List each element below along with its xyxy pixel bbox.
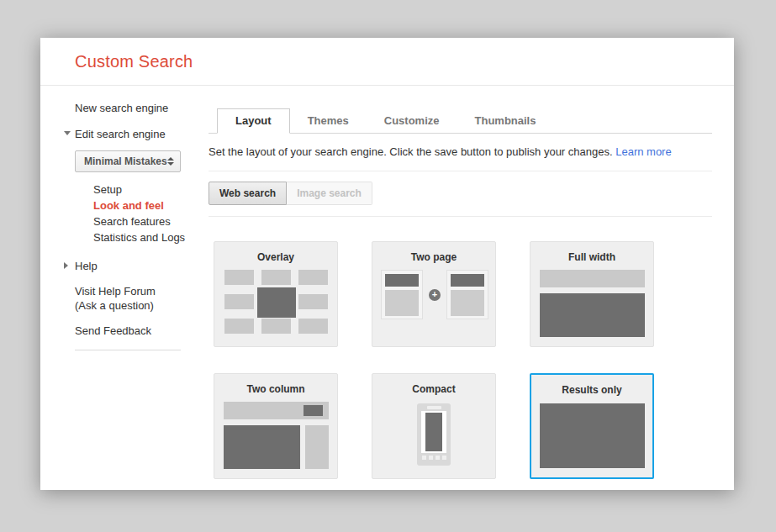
sidebar-item-visit-help-forum[interactable]: Visit Help Forum (Ask a question): [75, 284, 209, 313]
spinner-down-arrow-icon: [167, 162, 174, 166]
circle-plus-icon: [429, 289, 441, 301]
web-search-toggle-button[interactable]: Web search: [209, 182, 287, 205]
phone-speaker: [427, 406, 441, 409]
sidebar-item-statistics-and-logs[interactable]: Statistics and Logs: [93, 231, 209, 245]
sidebar-divider: [75, 350, 181, 350]
mini-page-left: [381, 270, 423, 319]
main-content: Layout Themes Customize Thumbnails Set t…: [209, 86, 734, 479]
send-feedback-label: Send Feedback: [75, 324, 151, 337]
learn-more-link[interactable]: Learn more: [615, 145, 671, 158]
content-divider-top: [209, 171, 712, 171]
tab-layout[interactable]: Layout: [217, 108, 290, 134]
sidebar-item-new-search-engine[interactable]: New search engine: [75, 102, 209, 114]
spinner-up-arrow-icon: [167, 157, 174, 161]
compact-layout-icon: [417, 403, 451, 466]
layout-option-two-column[interactable]: Two column: [214, 373, 338, 479]
description-text: Set the layout of your search engine. Cl…: [209, 145, 613, 158]
app-header: Custom Search: [40, 38, 734, 86]
layout-option-title: Two page: [411, 251, 457, 263]
page-title: Custom Search: [75, 52, 193, 71]
overlay-popup-block: [257, 287, 296, 318]
triangle-down-icon: [64, 131, 71, 135]
engine-select-dropdown[interactable]: Minimal Mistakes: [75, 150, 181, 172]
layout-option-overlay[interactable]: Overlay: [214, 241, 338, 347]
engine-select-value: Minimal Mistakes: [84, 155, 167, 167]
sidebar-item-help[interactable]: Help: [75, 260, 209, 272]
tab-bar: Layout Themes Customize Thumbnails: [209, 108, 712, 134]
app-body: New search engine Edit search engine Min…: [40, 86, 734, 479]
layout-option-compact[interactable]: Compact: [372, 373, 496, 479]
layout-option-full-width[interactable]: Full width: [530, 241, 654, 347]
ask-a-question-label: (Ask a question): [75, 298, 209, 313]
results-block: [540, 293, 645, 337]
mini-page-right: [446, 270, 488, 319]
header-bar-block: [224, 402, 329, 419]
side-column-block: [305, 425, 329, 469]
layout-option-two-page[interactable]: Two page: [372, 241, 496, 347]
sidebar-item-setup[interactable]: Setup: [93, 183, 209, 197]
sidebar: New search engine Edit search engine Min…: [40, 86, 209, 479]
sidebar-item-send-feedback[interactable]: Send Feedback: [75, 324, 209, 337]
layout-option-title: Results only: [562, 384, 621, 396]
triangle-right-icon: [64, 262, 68, 269]
main-column-block: [224, 425, 300, 469]
sidebar-item-search-features[interactable]: Search features: [93, 215, 209, 229]
sidebar-item-look-and-feel[interactable]: Look and feel: [93, 199, 209, 213]
up-down-spinner-icon: [167, 157, 174, 166]
tab-customize[interactable]: Customize: [367, 109, 457, 133]
sidebar-item-edit-search-engine[interactable]: Edit search engine: [75, 128, 209, 140]
content-divider-bottom: [209, 216, 712, 217]
phone-screen: [421, 411, 446, 453]
layout-option-title: Two column: [246, 383, 304, 395]
layout-option-title: Full width: [568, 251, 615, 263]
results-only-layout-icon: [540, 403, 645, 468]
image-search-toggle-button[interactable]: Image search: [287, 182, 372, 205]
engine-section-nav: Setup Look and feel Search features Stat…: [93, 183, 209, 245]
search-box-block: [540, 270, 645, 287]
tab-themes[interactable]: Themes: [290, 109, 367, 133]
layout-option-title: Compact: [412, 383, 455, 395]
edit-search-engine-label: Edit search engine: [75, 128, 209, 140]
help-label: Help: [75, 260, 209, 272]
custom-search-window: Custom Search New search engine Edit sea…: [40, 38, 734, 490]
layout-description: Set the layout of your search engine. Cl…: [209, 145, 712, 158]
tab-thumbnails[interactable]: Thumbnails: [457, 109, 554, 133]
layout-option-title: Overlay: [257, 251, 294, 263]
new-search-engine-label: New search engine: [75, 102, 209, 114]
search-type-toggle: Web search Image search: [209, 182, 712, 205]
desktop-background: { "window": { "title": "Custom Search" }…: [0, 0, 776, 532]
phone-buttons: [422, 456, 446, 460]
layout-options-grid: Overlay Two page: [214, 241, 712, 479]
layout-option-results-only[interactable]: Results only: [530, 373, 654, 479]
header-chip-block: [304, 405, 323, 416]
visit-help-forum-label: Visit Help Forum: [75, 284, 209, 298]
